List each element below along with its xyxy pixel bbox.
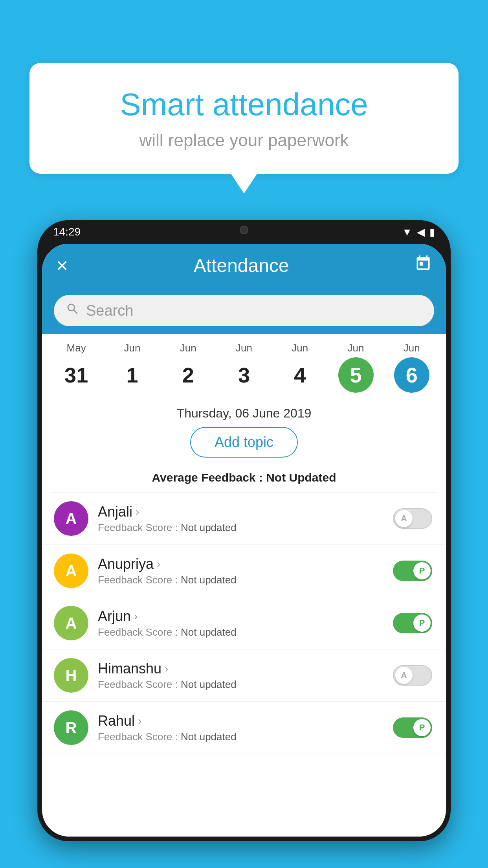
student-item[interactable]: HHimanshu ›Feedback Score : Not updatedA: [42, 649, 446, 702]
student-info: Anupriya ›Feedback Score : Not updated: [98, 556, 382, 586]
status-icons: ▼ ◀ ▮: [402, 226, 435, 238]
toggle-thumb: P: [413, 719, 431, 736]
cal-month-label: Jun: [404, 342, 420, 354]
feedback-value: Not updated: [181, 522, 237, 533]
toggle-thumb: A: [395, 667, 413, 684]
toggle-thumb: P: [413, 614, 431, 632]
student-list: AAnjali ›Feedback Score : Not updatedAAA…: [42, 493, 446, 754]
attendance-toggle[interactable]: P: [393, 717, 432, 738]
cal-date-label[interactable]: 3: [226, 357, 262, 393]
add-topic-button[interactable]: Add topic: [190, 427, 298, 458]
avg-feedback-value: Not Updated: [266, 471, 336, 484]
selected-date: Thursday, 06 June 2019: [42, 397, 446, 427]
cal-date-label[interactable]: 2: [171, 357, 206, 393]
toggle-container[interactable]: P: [391, 717, 434, 738]
speech-bubble: Smart attendance will replace your paper…: [29, 63, 459, 174]
toggle-thumb: A: [395, 510, 413, 527]
cal-date-label[interactable]: 6: [394, 357, 429, 393]
calendar-day[interactable]: Jun3: [226, 342, 262, 393]
avg-feedback: Average Feedback : Not Updated: [42, 471, 446, 492]
wifi-icon: ▼: [402, 226, 412, 238]
status-time: 14:29: [53, 226, 81, 238]
calendar-icon[interactable]: [415, 255, 432, 276]
student-info: Rahul ›Feedback Score : Not updated: [98, 713, 382, 743]
calendar-day[interactable]: Jun1: [114, 342, 150, 393]
student-info: Himanshu ›Feedback Score : Not updated: [98, 660, 382, 691]
avg-feedback-label: Average Feedback :: [152, 471, 266, 484]
student-name: Rahul ›: [98, 713, 382, 729]
cal-month-label: Jun: [292, 342, 308, 354]
student-name: Arjun ›: [98, 608, 382, 625]
close-button[interactable]: ×: [56, 254, 68, 277]
app-bar-title: Attendance: [194, 255, 289, 276]
attendance-toggle[interactable]: P: [393, 561, 432, 581]
chevron-right-icon: ›: [157, 558, 160, 570]
speech-bubble-container: Smart attendance will replace your paper…: [29, 63, 459, 174]
feedback-value: Not updated: [181, 574, 237, 586]
student-name: Anupriya ›: [98, 556, 382, 572]
cal-month-label: Jun: [236, 342, 252, 354]
toggle-container[interactable]: P: [391, 613, 434, 633]
toggle-thumb: P: [413, 562, 431, 579]
attendance-toggle[interactable]: P: [393, 613, 432, 633]
feedback-score: Feedback Score : Not updated: [98, 626, 382, 638]
calendar-day[interactable]: Jun4: [282, 342, 317, 393]
feedback-value: Not updated: [181, 626, 237, 638]
student-info: Arjun ›Feedback Score : Not updated: [98, 608, 382, 638]
chevron-right-icon: ›: [136, 506, 139, 518]
speech-bubble-title: Smart attendance: [61, 86, 427, 123]
calendar-day[interactable]: May31: [59, 342, 94, 393]
attendance-toggle[interactable]: A: [393, 665, 432, 686]
cal-month-label: Jun: [180, 342, 196, 354]
chevron-right-icon: ›: [134, 610, 138, 623]
notch: [220, 220, 268, 240]
calendar-day[interactable]: Jun2: [171, 342, 206, 393]
chevron-right-icon: ›: [165, 662, 168, 675]
feedback-score: Feedback Score : Not updated: [98, 731, 382, 743]
cal-month-label: Jun: [124, 342, 140, 354]
avatar: R: [54, 710, 88, 745]
toggle-container[interactable]: P: [391, 561, 434, 581]
calendar-row: May31Jun1Jun2Jun3Jun4Jun5Jun6: [42, 334, 446, 397]
avatar: H: [54, 658, 88, 693]
student-name: Himanshu ›: [98, 660, 382, 677]
toggle-container[interactable]: A: [391, 665, 434, 686]
avatar: A: [54, 606, 88, 640]
avatar: A: [54, 554, 88, 588]
cal-date-label[interactable]: 5: [338, 357, 374, 393]
phone-screen: × Attendance Search May31Jun1Jun2Jun3Jun: [42, 244, 446, 837]
cal-date-label[interactable]: 31: [59, 357, 94, 393]
feedback-score: Feedback Score : Not updated: [98, 522, 382, 534]
avatar: A: [54, 501, 88, 536]
signal-icon: ◀: [417, 226, 425, 238]
battery-icon: ▮: [429, 226, 435, 238]
student-item[interactable]: AAnupriya ›Feedback Score : Not updatedP: [42, 545, 446, 597]
search-input-placeholder: Search: [86, 302, 133, 319]
calendar-day[interactable]: Jun5: [338, 342, 374, 393]
front-camera: [240, 226, 248, 234]
search-bar[interactable]: Search: [54, 295, 434, 326]
feedback-value: Not updated: [181, 679, 237, 690]
student-info: Anjali ›Feedback Score : Not updated: [98, 504, 382, 534]
cal-month-label: May: [67, 342, 86, 354]
search-container: Search: [42, 287, 446, 334]
student-name: Anjali ›: [98, 504, 382, 520]
speech-bubble-subtitle: will replace your paperwork: [61, 131, 427, 150]
student-item[interactable]: AArjun ›Feedback Score : Not updatedP: [42, 597, 446, 649]
app-bar: × Attendance: [42, 244, 446, 287]
feedback-score: Feedback Score : Not updated: [98, 574, 382, 586]
cal-date-label[interactable]: 4: [282, 357, 317, 393]
cal-month-label: Jun: [348, 342, 364, 354]
attendance-toggle[interactable]: A: [393, 508, 432, 529]
search-icon: [66, 302, 80, 320]
phone-frame: 14:29 ▼ ◀ ▮ × Attendance: [37, 220, 451, 841]
student-item[interactable]: RRahul ›Feedback Score : Not updatedP: [42, 702, 446, 754]
cal-date-label[interactable]: 1: [114, 357, 150, 393]
student-item[interactable]: AAnjali ›Feedback Score : Not updatedA: [42, 493, 446, 545]
calendar-day[interactable]: Jun6: [394, 342, 429, 393]
feedback-score: Feedback Score : Not updated: [98, 679, 382, 691]
chevron-right-icon: ›: [138, 715, 141, 727]
toggle-container[interactable]: A: [391, 508, 434, 529]
feedback-value: Not updated: [181, 731, 237, 743]
